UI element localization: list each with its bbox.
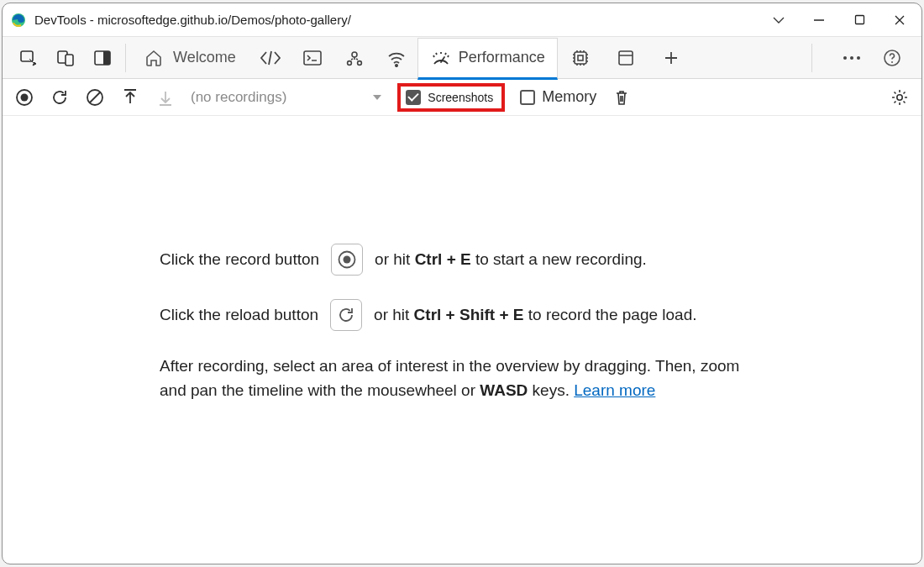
titlebar: DevTools - microsoftedge.github.io/Demos… — [3, 3, 921, 37]
tab-welcome[interactable]: Welcome — [129, 47, 249, 69]
devtools-window: DevTools - microsoftedge.github.io/Demos… — [2, 3, 922, 564]
dock-side-icon[interactable] — [92, 47, 113, 69]
memory-checkbox[interactable] — [520, 90, 535, 105]
svg-rect-14 — [578, 55, 583, 60]
svg-point-11 — [357, 60, 361, 65]
screenshots-checkbox[interactable] — [406, 90, 421, 105]
svg-point-17 — [843, 56, 847, 60]
svg-rect-8 — [304, 51, 321, 65]
clear-button[interactable] — [85, 87, 105, 108]
hint-text: After recording, select an area of inter… — [160, 354, 764, 402]
reload-button[interactable] — [50, 87, 70, 108]
elements-tab-icon[interactable] — [260, 47, 281, 69]
help-icon[interactable] — [881, 47, 903, 69]
svg-point-23 — [21, 93, 29, 101]
window-dropdown-button[interactable] — [759, 4, 799, 36]
window-title: DevTools - microsoftedge.github.io/Demos… — [34, 13, 351, 27]
divider — [811, 44, 812, 72]
load-profile-button[interactable] — [120, 87, 140, 108]
garbage-collect-button[interactable] — [612, 87, 632, 108]
tab-performance[interactable]: Performance — [417, 38, 558, 80]
recordings-dropdown[interactable]: (no recordings) — [191, 89, 286, 106]
hint-text: or hit Ctrl + E to start a new recording… — [375, 248, 647, 272]
svg-point-10 — [347, 60, 351, 65]
performance-empty-state: Click the record button or hit Ctrl + E … — [3, 116, 921, 564]
divider — [125, 44, 126, 72]
svg-rect-15 — [619, 51, 633, 65]
svg-line-25 — [90, 92, 100, 102]
dropdown-caret-icon — [372, 91, 382, 104]
screenshots-label: Screenshots — [428, 91, 493, 104]
memory-tab-icon[interactable] — [570, 47, 591, 69]
device-emulation-icon[interactable] — [55, 47, 76, 69]
capture-settings-button[interactable] — [890, 87, 910, 108]
application-tab-icon[interactable] — [615, 47, 637, 69]
home-icon — [143, 47, 165, 69]
recordings-label: (no recordings) — [191, 89, 286, 106]
svg-rect-13 — [575, 52, 586, 64]
tab-strip: Welcome Pe — [3, 37, 921, 79]
svg-point-19 — [857, 56, 860, 60]
svg-point-12 — [396, 64, 397, 66]
add-tab-icon[interactable] — [660, 47, 682, 69]
svg-rect-5 — [66, 55, 73, 66]
hint-text: Click the record button — [160, 248, 319, 272]
svg-point-26 — [897, 94, 902, 99]
svg-point-9 — [352, 52, 357, 57]
record-button[interactable] — [14, 87, 34, 108]
learn-more-link[interactable]: Learn more — [574, 381, 655, 399]
svg-rect-2 — [855, 16, 864, 24]
memory-label: Memory — [542, 88, 596, 106]
tab-performance-label: Performance — [459, 49, 545, 66]
tab-welcome-label: Welcome — [173, 49, 236, 66]
hint-text: Click the reload button — [160, 303, 318, 328]
demo-reload-button[interactable] — [330, 299, 362, 331]
console-tab-icon[interactable] — [302, 47, 323, 69]
screenshots-checkbox-highlight: Screenshots — [397, 83, 505, 112]
edge-logo-icon — [11, 13, 26, 28]
svg-point-28 — [344, 256, 351, 264]
svg-rect-7 — [103, 51, 110, 65]
network-tab-icon[interactable] — [386, 47, 407, 69]
svg-point-21 — [891, 61, 893, 63]
minimize-button[interactable] — [799, 4, 839, 36]
svg-point-18 — [850, 56, 853, 60]
performance-toolbar: (no recordings) Screenshots Memory — [3, 79, 921, 116]
more-options-icon[interactable] — [841, 47, 863, 69]
sources-tab-icon[interactable] — [344, 47, 365, 69]
demo-record-button[interactable] — [331, 244, 363, 276]
inspect-icon[interactable] — [18, 47, 39, 69]
performance-icon — [430, 47, 452, 69]
hint-text: or hit Ctrl + Shift + E to record the pa… — [374, 303, 696, 328]
save-profile-button[interactable] — [155, 87, 176, 108]
close-button[interactable] — [879, 4, 920, 36]
maximize-button[interactable] — [839, 4, 879, 36]
